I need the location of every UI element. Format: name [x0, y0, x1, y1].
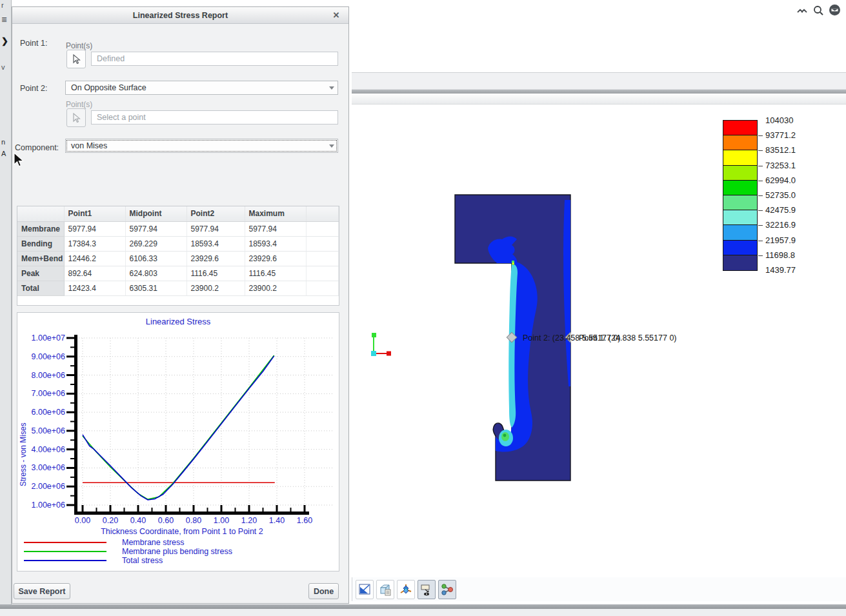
legend-band: [723, 255, 757, 270]
post-graph-button[interactable]: [438, 580, 456, 599]
strip-glyph: A: [1, 150, 6, 157]
viewport-subheader-bar: [352, 94, 846, 104]
legend-value: 21957.9: [765, 235, 796, 245]
svg-text:0.20: 0.20: [103, 516, 118, 525]
svg-text:1.60: 1.60: [297, 516, 312, 525]
point1-points-label: Point(s): [66, 41, 92, 50]
table-cell: 1116.45: [186, 266, 245, 281]
strip-glyph: r: [1, 1, 4, 9]
table-cell: 23900.2: [245, 281, 306, 295]
table-cell: 6305.31: [125, 281, 186, 295]
table-row-label: Membrane: [17, 221, 64, 236]
table-cell: 6106.33: [125, 251, 186, 266]
legend-line-sample: [24, 542, 106, 543]
table-column-header: [306, 206, 339, 221]
cursor-pick-icon: [72, 113, 81, 123]
component-value: von Mises: [66, 141, 326, 150]
svg-text:0.40: 0.40: [130, 516, 146, 525]
status-bar: [0, 609, 846, 616]
table-cell: 23929.6: [186, 251, 245, 266]
stress-corner-yellow: [512, 263, 514, 264]
table-cell: 12423.4: [64, 281, 125, 295]
cube-document-icon: [379, 583, 392, 596]
svg-text:8.00e+06: 8.00e+06: [32, 371, 66, 380]
contour-color-legend: 10403093771.283512.173253.162994.052735.…: [723, 115, 845, 278]
chart-legend: Membrane stressMembrane plus bending str…: [24, 538, 232, 565]
legend-value: 11698.8: [765, 250, 795, 260]
legend-tick: [758, 210, 763, 211]
save-report-button[interactable]: Save Report: [14, 583, 70, 599]
table-row: Total12423.46305.3123900.223900.2: [17, 281, 339, 295]
table-column-header: Point1: [64, 206, 125, 221]
point2-mode-dropdown[interactable]: On Opposite Surface: [65, 81, 338, 95]
table-column-header: Point2: [186, 206, 245, 221]
table-row-label: Total: [17, 281, 64, 295]
legend-series-label: Total stress: [122, 556, 163, 565]
legend-tick: [758, 166, 763, 166]
linearized-stress-chart-panel: Linearized Stress Stress - von Mises 1.0…: [17, 312, 339, 571]
csys-display-button[interactable]: [397, 580, 415, 599]
table-cell: [306, 221, 339, 236]
close-icon[interactable]: ✕: [330, 10, 342, 21]
viewport-top-toolbar: [796, 4, 841, 16]
chevron-down-icon[interactable]: [326, 139, 337, 152]
strip-glyph: ≣: [1, 15, 7, 24]
background-panel-strip: r ≣ ❯ v n A: [0, 0, 12, 604]
table-cell: 5977.94: [125, 221, 186, 236]
svg-text:1.00e+06: 1.00e+06: [32, 501, 66, 510]
point2-label: Point 2:: [20, 84, 47, 93]
table-cell: 18593.4: [186, 236, 245, 251]
viewport-bottom-toolbar: [352, 577, 846, 601]
table-cell: 17384.3: [64, 236, 125, 251]
table-cell: 1116.45: [245, 266, 306, 281]
svg-text:7.00e+06: 7.00e+06: [32, 389, 66, 398]
dialog-title: Linearized Stress Report: [133, 11, 228, 20]
done-button[interactable]: Done: [308, 583, 339, 599]
legend-tick: [758, 255, 763, 256]
table-cell: 269.229: [125, 236, 186, 251]
legend-value: 62994.0: [765, 175, 796, 185]
table-cell: 18593.4: [245, 236, 306, 251]
search-icon[interactable]: [812, 5, 824, 16]
series-total-stress: [83, 356, 274, 500]
legend-band: [723, 225, 757, 240]
legend-line-sample: [24, 560, 106, 561]
legend-value: 104030: [765, 115, 793, 125]
point1-select-button[interactable]: [66, 50, 86, 68]
point2-select-button[interactable]: [66, 108, 86, 127]
table-row: Peak892.64624.8031116.451116.45: [17, 266, 339, 281]
point1-field[interactable]: [91, 52, 338, 66]
legend-band: [723, 166, 757, 181]
table-body: Membrane5977.945977.945977.945977.94Bend…: [17, 221, 339, 295]
svg-text:0.00: 0.00: [75, 516, 90, 525]
legend-value: 93771.2: [765, 130, 796, 140]
table-cell: 23929.6: [245, 251, 306, 266]
stress-spot-green-core: [503, 434, 507, 437]
collapse-icon[interactable]: [796, 5, 808, 16]
legend-value: 83512.1: [765, 145, 796, 155]
view-triad-icon: [365, 329, 394, 361]
table-row: Membrane5977.945977.945977.945977.94: [17, 221, 339, 236]
svg-text:0.60: 0.60: [158, 516, 174, 525]
legend-tick: [758, 225, 763, 226]
svg-text:1.00: 1.00: [214, 516, 229, 525]
svg-text:1.40: 1.40: [269, 516, 285, 525]
annotation-visibility-icon: [420, 583, 433, 596]
model-display-button[interactable]: [376, 580, 394, 599]
legend-band: [723, 210, 757, 225]
display-mode-icon: [358, 583, 371, 596]
point2-field[interactable]: [91, 110, 338, 124]
account-icon[interactable]: [829, 4, 841, 16]
legend-value: 52735.0: [765, 190, 796, 200]
annotation-visibility-button[interactable]: [418, 580, 436, 599]
mouse-cursor: [13, 152, 25, 169]
legend-band: [723, 135, 757, 150]
component-dropdown[interactable]: von Mises: [65, 139, 338, 153]
display-mode-button[interactable]: [356, 580, 374, 599]
dialog-titlebar[interactable]: Linearized Stress Report ✕: [12, 7, 348, 24]
window-bottom-divider: [0, 604, 846, 609]
table-cell: 892.64: [64, 266, 125, 281]
chevron-down-icon[interactable]: [326, 81, 337, 94]
svg-text:2.00e+06: 2.00e+06: [32, 482, 66, 491]
chart-legend-row: Membrane stress: [24, 538, 232, 547]
